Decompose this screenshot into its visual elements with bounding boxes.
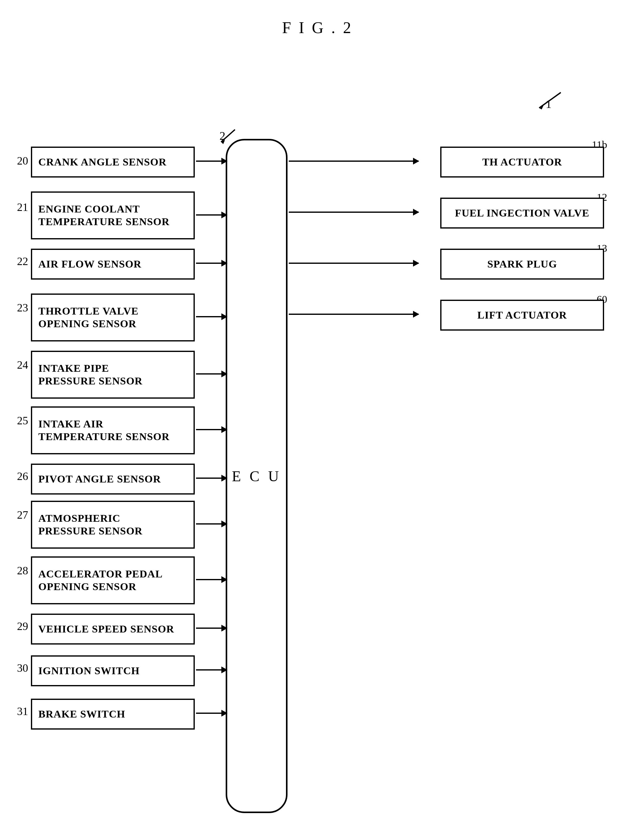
sensor-box-brake: BRAKE SWITCH [31, 699, 195, 729]
arrow-intake-air [196, 429, 227, 430]
page-title: F I G . 2 [0, 0, 635, 37]
ref-num-31: 31 [17, 705, 28, 718]
ref-num-27: 27 [17, 508, 28, 521]
sensor-box-pivot: PIVOT ANGLE SENSOR [31, 464, 195, 494]
sensor-box-ignition: IGNITION SWITCH [31, 655, 195, 686]
ref-num-24: 24 [17, 358, 28, 371]
arrow-airflow [196, 262, 227, 264]
arrow-intake-pipe [196, 373, 227, 374]
sensor-label-pivot: PIVOT ANGLE SENSOR [38, 473, 161, 486]
sensor-label-coolant: ENGINE COOLANTTEMPERATURE SENSOR [38, 203, 170, 228]
sensor-label-accelerator: ACCELERATOR PEDALOPENING SENSOR [38, 568, 162, 593]
arrow-crank-angle [196, 161, 227, 162]
ref-num-25: 25 [17, 414, 28, 427]
sensor-box-atmospheric: ATMOSPHERICPRESSURE SENSOR [31, 501, 195, 549]
ref-num-21: 21 [17, 201, 28, 214]
arrow-lift [289, 314, 419, 315]
ref-1-arrow [530, 89, 567, 114]
sensor-box-intake-air: INTAKE AIRTEMPERATURE SENSOR [31, 406, 195, 454]
actuator-box-th: TH ACTUATOR [440, 147, 604, 177]
ref-num-22: 22 [17, 255, 28, 268]
sensor-box-throttle: THROTTLE VALVEOPENING SENSOR [31, 294, 195, 341]
arrow-th [289, 161, 419, 162]
ref-num-26: 26 [17, 470, 28, 483]
sensor-label-vehicle-speed: VEHICLE SPEED SENSOR [38, 623, 174, 636]
arrow-atmospheric [196, 523, 227, 524]
actuator-label-th: TH ACTUATOR [482, 156, 562, 169]
sensor-label-ignition: IGNITION SWITCH [38, 665, 140, 677]
sensor-box-airflow: AIR FLOW SENSOR [31, 249, 195, 279]
arrow-throttle [196, 316, 227, 317]
sensor-label-atmospheric: ATMOSPHERICPRESSURE SENSOR [38, 512, 142, 537]
sensor-box-accelerator: ACCELERATOR PEDALOPENING SENSOR [31, 556, 195, 604]
ref-num-29: 29 [17, 620, 28, 633]
arrow-accelerator [196, 579, 227, 580]
svg-line-0 [539, 93, 561, 108]
arrow-ignition [196, 669, 227, 671]
ref-num-28: 28 [17, 564, 28, 577]
sensor-label-intake-pipe: INTAKE PIPEPRESSURE SENSOR [38, 362, 142, 387]
arrow-brake [196, 712, 227, 714]
actuator-label-spark: SPARK PLUG [487, 258, 557, 271]
arrow-spark [289, 262, 419, 264]
arrow-coolant [196, 214, 227, 216]
sensor-box-crank-angle: CRANK ANGLE SENSOR [31, 147, 195, 177]
arrow-pivot [196, 477, 227, 479]
svg-line-2 [221, 129, 235, 142]
actuator-box-spark: SPARK PLUG [440, 249, 604, 279]
actuator-label-lift: LIFT ACTUATOR [477, 309, 567, 322]
actuator-box-fuel: FUEL INGECTION VALVE [440, 197, 604, 229]
ref-num-30: 30 [17, 662, 28, 674]
actuator-label-fuel: FUEL INGECTION VALVE [455, 207, 589, 219]
arrow-vehicle-speed [196, 627, 227, 629]
sensor-box-coolant: ENGINE COOLANTTEMPERATURE SENSOR [31, 191, 195, 239]
sensor-label-throttle: THROTTLE VALVEOPENING SENSOR [38, 305, 139, 330]
ecu-block: E C U [226, 139, 287, 813]
sensor-label-crank-angle: CRANK ANGLE SENSOR [38, 156, 167, 169]
sensor-label-airflow: AIR FLOW SENSOR [38, 258, 142, 271]
arrow-fuel [289, 212, 419, 213]
actuator-box-lift: LIFT ACTUATOR [440, 300, 604, 331]
sensor-box-vehicle-speed: VEHICLE SPEED SENSOR [31, 614, 195, 644]
ref-num-20: 20 [17, 154, 28, 167]
ecu-label: E C U [232, 467, 281, 485]
sensor-label-brake: BRAKE SWITCH [38, 708, 125, 721]
ref-num-23: 23 [17, 301, 28, 314]
sensor-label-intake-air: INTAKE AIRTEMPERATURE SENSOR [38, 418, 170, 443]
sensor-box-intake-pipe: INTAKE PIPEPRESSURE SENSOR [31, 351, 195, 399]
